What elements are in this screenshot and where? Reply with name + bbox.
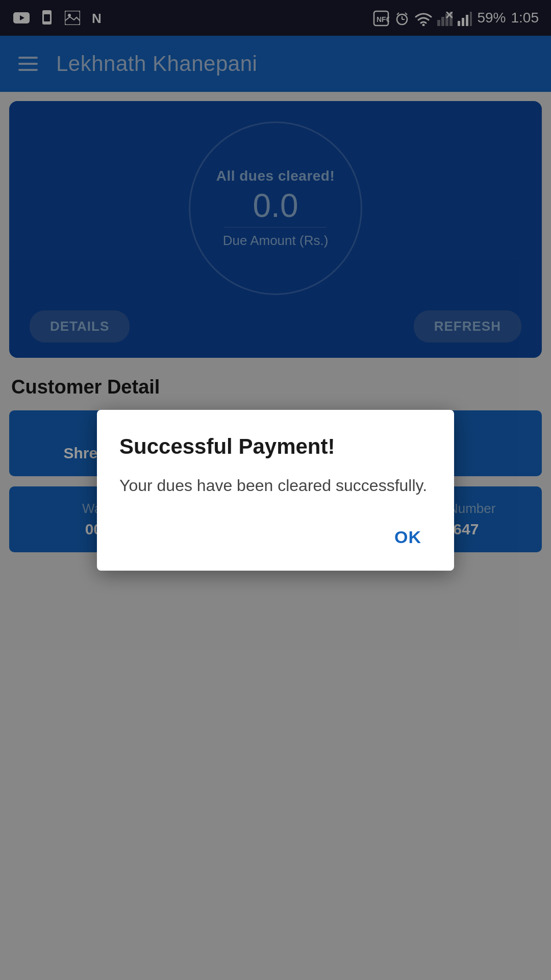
success-dialog: Successful Payment! Your dues have been … bbox=[97, 410, 454, 571]
dialog-ok-button[interactable]: OK bbox=[384, 522, 432, 552]
dialog-overlay: Successful Payment! Your dues have been … bbox=[0, 0, 551, 980]
dialog-title: Successful Payment! bbox=[119, 434, 432, 459]
dialog-actions: OK bbox=[119, 522, 432, 552]
dialog-body: Your dues have been cleared successfully… bbox=[119, 473, 432, 498]
